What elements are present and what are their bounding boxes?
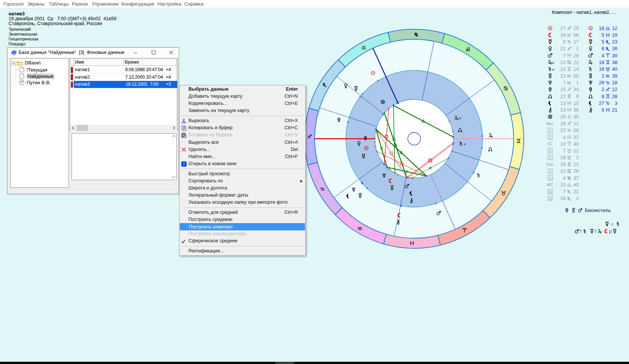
svg-text:30: 30: [612, 53, 617, 58]
svg-text:Плацидус: Плацидус: [9, 42, 26, 46]
svg-text:28: 28: [612, 94, 617, 99]
svg-text:Ставрополь, Ставропольский кра: Ставрополь, Ставропольский край, Россия: [9, 21, 102, 26]
svg-text:37: 37: [574, 134, 579, 140]
svg-text:19 декабря 2001 Ср 7:00 (GM: 19 декабря 2001 Ср 7:00 (GMT+3) 45n02 41…: [9, 16, 117, 21]
svg-text:2: 2: [602, 73, 604, 79]
svg-text:натив3: натив3: [9, 11, 25, 16]
svg-text:12: 12: [560, 60, 566, 65]
svg-text:8: 8: [602, 94, 604, 99]
svg-text:13: 13: [560, 100, 566, 106]
svg-text:27: 27: [599, 100, 604, 106]
svg-text:Z: Z: [183, 162, 185, 166]
svg-text:8: 8: [549, 169, 551, 173]
svg-text:MC: MC: [547, 182, 553, 187]
svg-text:28: 28: [560, 155, 566, 160]
svg-text:22: 22: [560, 127, 566, 133]
svg-text:21: 21: [560, 46, 566, 51]
svg-text:40: 40: [612, 66, 617, 72]
svg-text:17: 17: [574, 39, 579, 45]
svg-text:R: R: [464, 143, 466, 146]
svg-text:10: 10: [560, 182, 566, 188]
svg-text:R: R: [459, 117, 462, 120]
svg-text:26: 26: [612, 46, 617, 51]
svg-text:IC: IC: [548, 142, 552, 146]
svg-text:2: 2: [549, 128, 551, 132]
svg-text:10: 10: [560, 141, 566, 147]
svg-text:16: 16: [560, 121, 566, 126]
svg-text:26: 26: [560, 114, 566, 119]
svg-text:28: 28: [574, 168, 579, 174]
svg-text:27: 27: [560, 25, 566, 31]
svg-text:19: 19: [574, 25, 579, 31]
svg-text:38: 38: [612, 60, 617, 65]
svg-text:21: 21: [612, 107, 617, 113]
svg-text:p: p: [609, 229, 612, 234]
svg-text:4: 4: [563, 134, 566, 140]
svg-text:38: 38: [574, 107, 579, 113]
svg-text:21: 21: [574, 189, 579, 194]
svg-text:19: 19: [612, 32, 617, 38]
svg-text:35: 35: [574, 114, 579, 119]
svg-text:37: 37: [574, 175, 579, 181]
svg-text:13: 13: [560, 107, 566, 113]
svg-text:18: 18: [599, 60, 604, 65]
svg-text:16: 16: [560, 32, 566, 38]
svg-text:22: 22: [574, 60, 579, 65]
svg-text:=: =: [611, 221, 614, 227]
svg-text:4: 4: [563, 175, 566, 181]
svg-text:21: 21: [574, 148, 579, 154]
svg-text:12: 12: [574, 161, 579, 167]
svg-text:Композит - натив1, натив2, ...: Композит - натив1, натив2, ...: [552, 10, 616, 15]
svg-text:Бисекстиль: Бисекстиль: [585, 207, 611, 213]
svg-text:28: 28: [560, 195, 566, 201]
svg-text:40: 40: [574, 182, 579, 188]
svg-text:R: R: [552, 61, 554, 65]
svg-text:14: 14: [574, 66, 579, 72]
svg-text:27: 27: [560, 94, 566, 99]
svg-text:5: 5: [563, 39, 566, 45]
svg-text:f: f: [580, 229, 581, 234]
svg-text:8: 8: [602, 46, 604, 51]
svg-text:Геоцентрическая: Геоцентрическая: [9, 37, 38, 41]
svg-text:15: 15: [560, 87, 566, 92]
svg-text:5: 5: [602, 32, 604, 38]
svg-text:39: 39: [612, 73, 617, 79]
svg-text:1: 1: [576, 80, 579, 85]
svg-text:12: 12: [612, 25, 617, 31]
svg-text:18: 18: [599, 25, 604, 31]
svg-text:12: 12: [548, 196, 552, 200]
svg-text:28: 28: [574, 127, 579, 133]
svg-text:9: 9: [576, 94, 579, 99]
svg-text:2: 2: [576, 195, 579, 201]
svg-text:7: 7: [563, 80, 566, 85]
svg-text:3: 3: [549, 135, 551, 139]
svg-text:2: 2: [602, 87, 604, 92]
svg-text:Тропический: Тропический: [9, 27, 31, 31]
svg-text:18: 18: [612, 80, 617, 85]
svg-text:10: 10: [560, 66, 566, 72]
svg-text:23: 23: [612, 39, 617, 45]
svg-text:7: 7: [563, 53, 566, 58]
svg-text:16: 16: [560, 161, 566, 167]
svg-text:5: 5: [602, 107, 604, 113]
svg-text:56: 56: [574, 32, 579, 38]
svg-text:12: 12: [612, 87, 617, 92]
svg-text:40: 40: [574, 141, 579, 147]
svg-text:21: 21: [560, 73, 566, 79]
svg-text:22: 22: [560, 168, 566, 174]
svg-text:Asc: Asc: [546, 121, 553, 126]
svg-text:5: 5: [549, 149, 551, 153]
svg-text:34: 34: [574, 87, 579, 92]
svg-text:1: 1: [576, 46, 579, 51]
svg-text:29: 29: [574, 53, 579, 58]
svg-text:3: 3: [615, 100, 617, 106]
svg-text:55: 55: [574, 73, 579, 79]
svg-text:12: 12: [574, 121, 579, 126]
svg-text:26: 26: [599, 80, 604, 85]
svg-text:2: 2: [576, 155, 579, 160]
svg-text:Эклиптикальная: Эклиптикальная: [9, 32, 37, 36]
svg-text:11: 11: [548, 189, 552, 194]
svg-text:R: R: [552, 68, 554, 72]
svg-text:Dsc: Dsc: [546, 162, 554, 167]
svg-text:16: 16: [599, 66, 604, 72]
